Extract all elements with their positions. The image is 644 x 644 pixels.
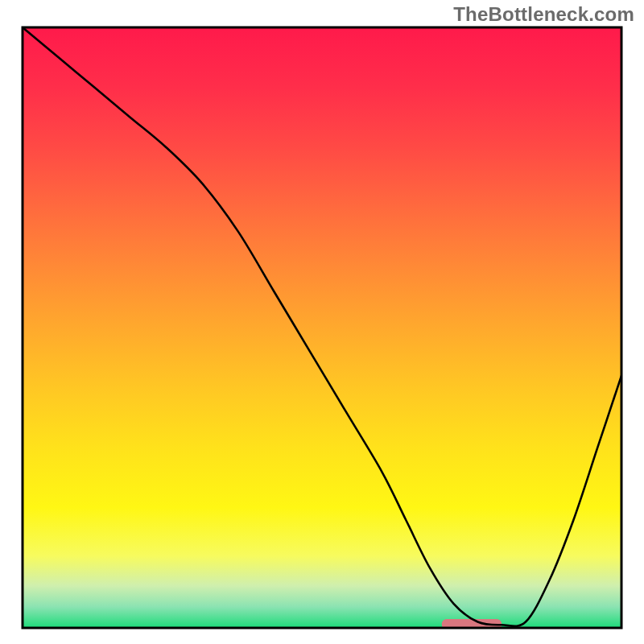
bottleneck-chart (0, 0, 644, 644)
plot-background (23, 27, 621, 628)
chart-stage: TheBottleneck.com (0, 0, 644, 644)
watermark-text: TheBottleneck.com (453, 3, 634, 26)
